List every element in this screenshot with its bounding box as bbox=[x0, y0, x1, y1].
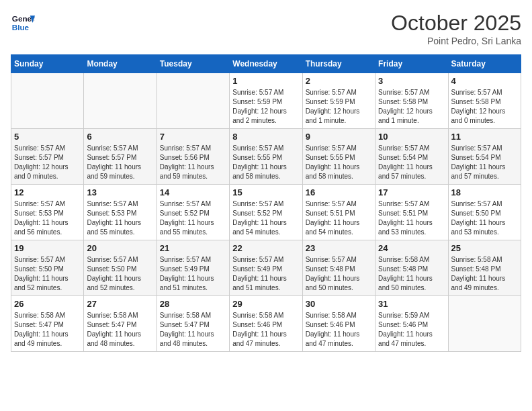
day-number: 20 bbox=[87, 243, 153, 253]
calendar-cell: 27Sunrise: 5:58 AM Sunset: 5:47 PM Dayli… bbox=[84, 296, 157, 352]
calendar-cell: 21Sunrise: 5:57 AM Sunset: 5:49 PM Dayli… bbox=[157, 240, 229, 296]
day-number: 27 bbox=[87, 299, 153, 309]
day-number: 28 bbox=[160, 299, 226, 309]
day-number: 6 bbox=[87, 132, 153, 142]
day-number: 4 bbox=[451, 76, 518, 86]
day-number: 5 bbox=[14, 132, 81, 142]
day-number: 25 bbox=[451, 243, 518, 253]
day-info: Sunrise: 5:57 AM Sunset: 5:49 PM Dayligh… bbox=[232, 255, 299, 293]
day-info: Sunrise: 5:57 AM Sunset: 5:52 PM Dayligh… bbox=[160, 199, 226, 237]
calendar-cell: 31Sunrise: 5:59 AM Sunset: 5:46 PM Dayli… bbox=[375, 296, 448, 352]
day-number: 11 bbox=[451, 132, 518, 142]
day-info: Sunrise: 5:58 AM Sunset: 5:48 PM Dayligh… bbox=[378, 255, 445, 293]
day-info: Sunrise: 5:57 AM Sunset: 5:56 PM Dayligh… bbox=[160, 144, 226, 181]
calendar-cell: 17Sunrise: 5:57 AM Sunset: 5:51 PM Dayli… bbox=[375, 185, 448, 240]
calendar-week-row: 1Sunrise: 5:57 AM Sunset: 5:59 PM Daylig… bbox=[11, 73, 521, 129]
calendar-header-row: SundayMondayTuesdayWednesdayThursdayFrid… bbox=[11, 55, 521, 73]
calendar-cell: 19Sunrise: 5:57 AM Sunset: 5:50 PM Dayli… bbox=[11, 240, 84, 296]
day-info: Sunrise: 5:58 AM Sunset: 5:46 PM Dayligh… bbox=[306, 311, 372, 349]
logo: General Blue bbox=[11, 11, 35, 35]
day-info: Sunrise: 5:58 AM Sunset: 5:47 PM Dayligh… bbox=[14, 311, 81, 349]
day-info: Sunrise: 5:57 AM Sunset: 5:54 PM Dayligh… bbox=[378, 144, 445, 181]
day-number: 18 bbox=[451, 187, 518, 197]
day-number: 10 bbox=[378, 132, 445, 142]
calendar-cell: 3Sunrise: 5:57 AM Sunset: 5:58 PM Daylig… bbox=[375, 73, 448, 129]
day-info: Sunrise: 5:58 AM Sunset: 5:47 PM Dayligh… bbox=[87, 311, 153, 349]
day-info: Sunrise: 5:58 AM Sunset: 5:46 PM Dayligh… bbox=[232, 311, 299, 349]
calendar-cell bbox=[84, 73, 157, 129]
day-number: 3 bbox=[378, 76, 445, 86]
day-info: Sunrise: 5:57 AM Sunset: 5:50 PM Dayligh… bbox=[87, 255, 153, 293]
calendar-cell: 28Sunrise: 5:58 AM Sunset: 5:47 PM Dayli… bbox=[157, 296, 229, 352]
day-info: Sunrise: 5:57 AM Sunset: 5:57 PM Dayligh… bbox=[87, 144, 153, 181]
day-info: Sunrise: 5:57 AM Sunset: 5:58 PM Dayligh… bbox=[378, 88, 445, 126]
day-number: 2 bbox=[306, 76, 372, 86]
day-of-week-header: Sunday bbox=[11, 55, 84, 73]
day-info: Sunrise: 5:58 AM Sunset: 5:48 PM Dayligh… bbox=[451, 255, 518, 293]
calendar-cell: 8Sunrise: 5:57 AM Sunset: 5:55 PM Daylig… bbox=[230, 129, 302, 185]
day-number: 21 bbox=[160, 243, 226, 253]
calendar-cell: 12Sunrise: 5:57 AM Sunset: 5:53 PM Dayli… bbox=[11, 185, 84, 240]
calendar-body: 1Sunrise: 5:57 AM Sunset: 5:59 PM Daylig… bbox=[11, 73, 521, 352]
day-number: 23 bbox=[306, 243, 372, 253]
day-info: Sunrise: 5:57 AM Sunset: 5:49 PM Dayligh… bbox=[160, 255, 226, 293]
day-number: 13 bbox=[87, 187, 153, 197]
calendar-cell: 13Sunrise: 5:57 AM Sunset: 5:53 PM Dayli… bbox=[84, 185, 157, 240]
day-info: Sunrise: 5:57 AM Sunset: 5:58 PM Dayligh… bbox=[451, 88, 518, 126]
calendar-cell: 22Sunrise: 5:57 AM Sunset: 5:49 PM Dayli… bbox=[230, 240, 302, 296]
day-number: 22 bbox=[232, 243, 299, 253]
calendar-week-row: 12Sunrise: 5:57 AM Sunset: 5:53 PM Dayli… bbox=[11, 185, 521, 240]
day-info: Sunrise: 5:57 AM Sunset: 5:51 PM Dayligh… bbox=[306, 199, 372, 237]
day-info: Sunrise: 5:57 AM Sunset: 5:55 PM Dayligh… bbox=[306, 144, 372, 181]
day-number: 17 bbox=[378, 187, 445, 197]
day-of-week-header: Thursday bbox=[302, 55, 375, 73]
calendar-cell bbox=[157, 73, 229, 129]
day-number: 1 bbox=[232, 76, 299, 86]
day-number: 12 bbox=[14, 187, 81, 197]
day-of-week-header: Wednesday bbox=[230, 55, 302, 73]
day-info: Sunrise: 5:57 AM Sunset: 5:50 PM Dayligh… bbox=[14, 255, 81, 293]
day-info: Sunrise: 5:57 AM Sunset: 5:53 PM Dayligh… bbox=[87, 199, 153, 237]
svg-text:Blue: Blue bbox=[12, 23, 30, 32]
day-info: Sunrise: 5:57 AM Sunset: 5:55 PM Dayligh… bbox=[232, 144, 299, 181]
calendar-cell: 15Sunrise: 5:57 AM Sunset: 5:52 PM Dayli… bbox=[230, 185, 302, 240]
day-number: 9 bbox=[306, 132, 372, 142]
calendar-cell: 30Sunrise: 5:58 AM Sunset: 5:46 PM Dayli… bbox=[302, 296, 375, 352]
calendar-cell: 24Sunrise: 5:58 AM Sunset: 5:48 PM Dayli… bbox=[375, 240, 448, 296]
calendar-cell: 7Sunrise: 5:57 AM Sunset: 5:56 PM Daylig… bbox=[157, 129, 229, 185]
calendar-cell: 1Sunrise: 5:57 AM Sunset: 5:59 PM Daylig… bbox=[230, 73, 302, 129]
day-number: 24 bbox=[378, 243, 445, 253]
day-of-week-header: Friday bbox=[375, 55, 448, 73]
day-info: Sunrise: 5:57 AM Sunset: 5:51 PM Dayligh… bbox=[378, 199, 445, 237]
title-block: October 2025 Point Pedro, Sri Lanka bbox=[391, 11, 521, 46]
day-info: Sunrise: 5:59 AM Sunset: 5:46 PM Dayligh… bbox=[378, 311, 445, 349]
day-info: Sunrise: 5:57 AM Sunset: 5:48 PM Dayligh… bbox=[306, 255, 372, 293]
calendar-cell bbox=[11, 73, 84, 129]
day-number: 16 bbox=[306, 187, 372, 197]
calendar-cell: 2Sunrise: 5:57 AM Sunset: 5:59 PM Daylig… bbox=[302, 73, 375, 129]
day-number: 14 bbox=[160, 187, 226, 197]
month-title: October 2025 bbox=[391, 11, 521, 36]
calendar-cell: 20Sunrise: 5:57 AM Sunset: 5:50 PM Dayli… bbox=[84, 240, 157, 296]
day-number: 8 bbox=[232, 132, 299, 142]
calendar-cell: 18Sunrise: 5:57 AM Sunset: 5:50 PM Dayli… bbox=[448, 185, 521, 240]
day-number: 31 bbox=[378, 299, 445, 309]
day-info: Sunrise: 5:57 AM Sunset: 5:59 PM Dayligh… bbox=[232, 88, 299, 126]
day-info: Sunrise: 5:57 AM Sunset: 5:53 PM Dayligh… bbox=[14, 199, 81, 237]
day-of-week-header: Tuesday bbox=[157, 55, 229, 73]
calendar-cell: 9Sunrise: 5:57 AM Sunset: 5:55 PM Daylig… bbox=[302, 129, 375, 185]
calendar-cell: 10Sunrise: 5:57 AM Sunset: 5:54 PM Dayli… bbox=[375, 129, 448, 185]
calendar-cell: 16Sunrise: 5:57 AM Sunset: 5:51 PM Dayli… bbox=[302, 185, 375, 240]
calendar-cell: 11Sunrise: 5:57 AM Sunset: 5:54 PM Dayli… bbox=[448, 129, 521, 185]
calendar-table: SundayMondayTuesdayWednesdayThursdayFrid… bbox=[11, 54, 521, 352]
day-of-week-header: Monday bbox=[84, 55, 157, 73]
calendar-cell bbox=[448, 296, 521, 352]
day-number: 15 bbox=[232, 187, 299, 197]
day-number: 30 bbox=[306, 299, 372, 309]
calendar-cell: 14Sunrise: 5:57 AM Sunset: 5:52 PM Dayli… bbox=[157, 185, 229, 240]
day-info: Sunrise: 5:58 AM Sunset: 5:47 PM Dayligh… bbox=[160, 311, 226, 349]
calendar-cell: 5Sunrise: 5:57 AM Sunset: 5:57 PM Daylig… bbox=[11, 129, 84, 185]
calendar-week-row: 26Sunrise: 5:58 AM Sunset: 5:47 PM Dayli… bbox=[11, 296, 521, 352]
calendar-cell: 29Sunrise: 5:58 AM Sunset: 5:46 PM Dayli… bbox=[230, 296, 302, 352]
calendar-cell: 23Sunrise: 5:57 AM Sunset: 5:48 PM Dayli… bbox=[302, 240, 375, 296]
